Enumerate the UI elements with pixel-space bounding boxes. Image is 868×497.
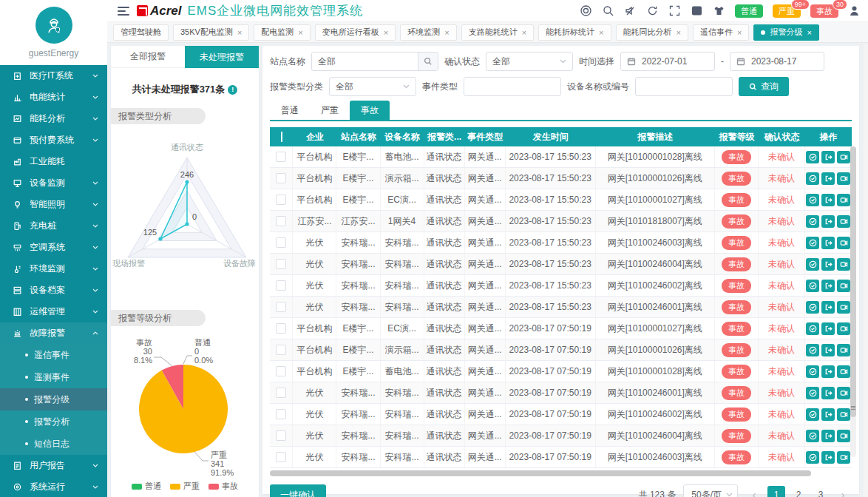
video-button[interactable] <box>837 387 850 399</box>
window-tab[interactable]: 支路能耗统计 × <box>461 24 534 41</box>
query-button[interactable]: 查询 <box>739 77 789 96</box>
video-button[interactable] <box>837 194 850 206</box>
info-icon[interactable]: ! <box>228 85 237 95</box>
row-checkbox[interactable] <box>276 152 286 162</box>
site-search-icon[interactable] <box>418 53 438 70</box>
confirm-button[interactable] <box>806 322 819 335</box>
table-row[interactable]: 光伏 安科瑞... 安科瑞... 通讯状态 网关通... 2023-08-17 … <box>270 297 852 318</box>
table-row[interactable]: 平台机构 E楼宇... 蓄电池... 通讯状态 网关通... 2023-08-1… <box>270 146 852 168</box>
row-checkbox[interactable] <box>276 452 286 462</box>
close-icon[interactable]: × <box>522 28 526 37</box>
sidebar-subitem[interactable]: 短信日志 <box>0 433 107 455</box>
shirt-icon[interactable] <box>713 4 725 17</box>
search-icon[interactable] <box>602 4 614 17</box>
level-tab[interactable]: 严重 <box>310 101 350 120</box>
row-checkbox[interactable] <box>276 302 286 312</box>
select-all-checkbox[interactable] <box>281 132 282 142</box>
table-row[interactable]: 光伏 安科瑞... 安科瑞... 通讯状态 网关通... 2023-08-17 … <box>270 425 852 447</box>
user-icon[interactable] <box>848 4 861 17</box>
row-checkbox[interactable] <box>276 388 286 398</box>
fullscreen-icon[interactable] <box>668 4 681 17</box>
sidebar-item[interactable]: 充电桩 <box>0 215 107 237</box>
sidebar-item[interactable]: 故障报警 <box>0 322 107 344</box>
confirm-button[interactable] <box>806 301 819 314</box>
sidebar-item[interactable]: 设备监测 <box>0 172 107 194</box>
confirm-button[interactable] <box>806 451 819 464</box>
row-checkbox[interactable] <box>276 409 286 419</box>
row-checkbox[interactable] <box>276 173 286 183</box>
page-button[interactable]: 1 <box>767 486 785 497</box>
window-tab[interactable]: 环境监测 × <box>400 24 456 41</box>
dispatch-button[interactable] <box>821 151 835 163</box>
alarm-badge-severe[interactable]: 严重99+ <box>773 4 801 18</box>
video-button[interactable] <box>837 237 850 249</box>
confirm-button[interactable] <box>806 280 819 292</box>
close-icon[interactable]: × <box>384 28 388 37</box>
video-button[interactable] <box>837 258 850 271</box>
window-tab[interactable]: 遥信事件 × <box>693 24 749 41</box>
sidebar-item[interactable]: 系统运行 <box>0 476 107 497</box>
video-button[interactable] <box>837 280 850 292</box>
table-row[interactable]: 光伏 安科瑞... 安科瑞... 通讯状态 网关通... 2023-08-17 … <box>270 447 852 468</box>
video-button[interactable] <box>837 301 850 314</box>
site-name-input[interactable]: 全部 <box>311 52 438 71</box>
dispatch-button[interactable] <box>821 387 835 399</box>
legend-item[interactable]: 普通 <box>132 481 161 492</box>
video-button[interactable] <box>837 215 850 228</box>
video-button[interactable] <box>837 365 850 378</box>
dispatch-button[interactable] <box>821 280 835 292</box>
window-tab[interactable]: 能耗同比分析 × <box>616 24 688 41</box>
table-row[interactable]: 平台机构 E楼宇... 演示箱... 通讯状态 网关通... 2023-08-1… <box>270 168 852 189</box>
confirm-button[interactable] <box>806 194 819 206</box>
sidebar-item[interactable]: 运维管理 <box>0 301 107 322</box>
table-row[interactable]: 江苏安... 江苏安... 1网关4 通讯状态 网关通... 2023-08-1… <box>270 211 852 232</box>
dispatch-button[interactable] <box>821 258 835 271</box>
sidebar-item[interactable]: 预付费系统 <box>0 129 107 151</box>
confirm-button[interactable] <box>806 258 819 271</box>
level-tab[interactable]: 事故 <box>350 101 390 120</box>
sidebar-item[interactable]: 工业能耗 <box>0 151 107 172</box>
close-icon[interactable]: × <box>298 28 302 37</box>
confirm-button[interactable] <box>806 344 819 356</box>
alarm-type-select[interactable]: 全部 <box>329 77 416 96</box>
sidebar-subitem[interactable]: 报警分析 <box>0 410 107 433</box>
video-button[interactable] <box>837 451 850 464</box>
table-row[interactable]: 光伏 安科瑞... 安科瑞... 通讯状态 网关通... 2023-08-17 … <box>270 254 852 275</box>
row-checkbox[interactable] <box>276 280 286 291</box>
sidebar-item[interactable]: 电能统计 <box>0 87 107 108</box>
confirm-button[interactable] <box>806 430 819 442</box>
dispatch-button[interactable] <box>821 451 835 464</box>
dispatch-button[interactable] <box>821 301 835 314</box>
video-button[interactable] <box>837 322 850 335</box>
window-tab[interactable]: 能耗折标统计 × <box>538 24 611 41</box>
table-row[interactable]: 平台机构 E楼宇... 演示箱... 通讯状态 网关通... 2023-08-1… <box>270 339 852 361</box>
row-checkbox[interactable] <box>276 216 286 226</box>
alarm-badge-accident[interactable]: 事故30 <box>810 4 838 18</box>
dispatch-button[interactable] <box>821 365 835 378</box>
sidebar-subitem[interactable]: 报警分级 <box>0 388 107 410</box>
horizontal-scrollbar[interactable] <box>270 470 852 477</box>
legend-item[interactable]: 严重 <box>170 481 200 492</box>
tab-pending-alarms[interactable]: 未处理报警 <box>185 46 259 68</box>
window-tab[interactable]: 报警分级 × <box>753 24 818 41</box>
table-row[interactable]: 平台机构 E楼宇... EC演... 通讯状态 网关通... 2023-08-1… <box>270 318 852 339</box>
confirm-status-select[interactable]: 全部 <box>486 52 573 71</box>
row-checkbox[interactable] <box>276 259 286 269</box>
close-icon[interactable]: × <box>807 28 811 37</box>
dispatch-button[interactable] <box>821 344 835 356</box>
close-icon[interactable]: × <box>737 28 742 37</box>
video-button[interactable] <box>837 151 850 163</box>
dispatch-button[interactable] <box>821 237 835 249</box>
mute-icon[interactable] <box>624 4 637 17</box>
sidebar-item[interactable]: 智能照明 <box>0 194 107 215</box>
window-tab[interactable]: 配电监测 × <box>254 24 310 41</box>
table-row[interactable]: 平台机构 E楼宇... EC演... 通讯状态 网关通... 2023-08-1… <box>270 189 852 211</box>
legend-item[interactable]: 事故 <box>208 481 238 492</box>
dispatch-button[interactable] <box>821 430 835 442</box>
row-checkbox[interactable] <box>276 430 286 441</box>
row-checkbox[interactable] <box>276 195 286 205</box>
alarm-badge-normal[interactable]: 普通 <box>735 4 763 18</box>
close-icon[interactable]: × <box>444 28 449 37</box>
table-row[interactable]: 光伏 安科瑞... 安科瑞... 通讯状态 网关通... 2023-08-17 … <box>270 382 852 404</box>
window-tab[interactable]: 管理驾驶舱 <box>113 24 169 41</box>
